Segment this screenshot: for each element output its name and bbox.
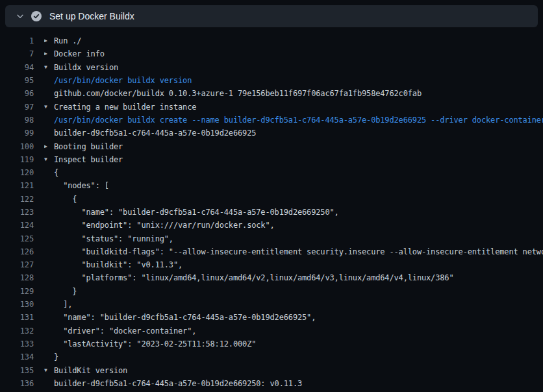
log-text-row: "name": "builder-d9cfb5a1-c764-445a-a57e…	[44, 313, 543, 322]
output-text: "buildkitd-flags": "--allow-insecure-ent…	[44, 247, 543, 256]
line-number[interactable]: 97	[5, 103, 34, 112]
output-text: }	[44, 352, 58, 361]
line-number[interactable]: 129	[5, 287, 34, 296]
log-group-header[interactable]: ▼Inspect builder	[44, 155, 543, 164]
log-viewer: Set up Docker Buildx 1▶Run ./7▶Docker in…	[0, 0, 543, 392]
line-number[interactable]: 132	[5, 326, 34, 336]
step-title: Set up Docker Buildx	[49, 11, 134, 21]
line-number[interactable]: 130	[5, 300, 34, 309]
output-text: "name": "builder-d9cfb5a1-c764-445a-a57e…	[44, 208, 339, 217]
log-line: 96github.com/docker/buildx 0.10.3+azure-…	[0, 87, 543, 100]
line-number[interactable]: 122	[5, 195, 34, 204]
group-title: Buildx version	[54, 63, 118, 72]
log-line: 124 "endpoint": "unix:///var/run/docker.…	[0, 219, 543, 232]
log-text-row: }	[44, 352, 543, 361]
group-expanded-arrow-icon[interactable]: ▼	[44, 368, 54, 373]
output-text: "lastActivity": "2023-02-25T11:58:12.000…	[44, 339, 256, 349]
line-number[interactable]: 131	[5, 313, 34, 322]
log-lines: 1▶Run ./7▶Docker info94▼Buildx version95…	[0, 34, 543, 390]
log-text-row: "nodes": [	[44, 181, 543, 190]
log-line: 123 "name": "builder-d9cfb5a1-c764-445a-…	[0, 206, 543, 219]
line-number[interactable]: 127	[5, 260, 34, 269]
group-expanded-arrow-icon[interactable]: ▼	[44, 157, 54, 162]
output-text: {	[44, 195, 77, 204]
log-group-header[interactable]: ▼BuildKit version	[44, 366, 543, 375]
line-number[interactable]: 95	[5, 76, 34, 85]
group-collapsed-arrow-icon[interactable]: ▶	[44, 144, 54, 149]
log-text-row: "driver": "docker-container",	[44, 326, 543, 336]
log-line: 125 "status": "running",	[0, 232, 543, 245]
log-line: 136builder-d9cfb5a1-c764-445a-a57e-0b19d…	[0, 377, 543, 390]
log-line: 120{	[0, 166, 543, 179]
group-collapsed-arrow-icon[interactable]: ▶	[44, 38, 54, 43]
line-number[interactable]: 96	[5, 89, 34, 98]
log-group-header[interactable]: ▼Buildx version	[44, 63, 543, 72]
line-number[interactable]: 124	[5, 221, 34, 230]
line-number[interactable]: 99	[5, 129, 34, 138]
line-number[interactable]: 136	[5, 379, 34, 388]
log-group-header[interactable]: ▶Run ./	[44, 36, 543, 45]
log-line: 98/usr/bin/docker buildx create --name b…	[0, 114, 543, 127]
output-text: ],	[44, 300, 72, 309]
group-title: Inspect builder	[54, 155, 123, 164]
output-text: "buildkit": "v0.11.3",	[44, 260, 183, 269]
group-collapsed-arrow-icon[interactable]: ▶	[44, 51, 54, 56]
output-text: builder-d9cfb5a1-c764-445a-a57e-0b19d2e6…	[44, 379, 302, 388]
log-text-row: "lastActivity": "2023-02-25T11:58:12.000…	[44, 339, 543, 349]
output-text: "platforms": "linux/amd64,linux/amd64/v2…	[44, 273, 454, 282]
output-text: "driver": "docker-container",	[44, 326, 196, 336]
log-line: 132 "driver": "docker-container",	[0, 325, 543, 337]
line-number[interactable]: 98	[5, 116, 34, 125]
line-number[interactable]: 125	[5, 234, 34, 243]
log-line: 121 "nodes": [	[0, 179, 543, 192]
log-text-row: {	[44, 195, 543, 204]
group-title: BuildKit version	[54, 366, 127, 375]
output-text: "endpoint": "unix:///var/run/docker.sock…	[44, 221, 275, 230]
log-text-row: /usr/bin/docker buildx version	[44, 76, 543, 85]
line-number[interactable]: 7	[5, 49, 34, 58]
line-number[interactable]: 134	[5, 352, 34, 361]
log-text-row: "buildkit": "v0.11.3",	[44, 260, 543, 269]
group-title: Docker info	[54, 49, 105, 58]
log-line: 129 }	[0, 285, 543, 298]
log-line: 95/usr/bin/docker buildx version	[0, 74, 543, 87]
line-number[interactable]: 121	[5, 181, 34, 190]
log-text-row: "name": "builder-d9cfb5a1-c764-445a-a57e…	[44, 208, 543, 217]
log-text-row: "endpoint": "unix:///var/run/docker.sock…	[44, 221, 543, 230]
output-text: "nodes": [	[44, 181, 109, 190]
output-text: "status": "running",	[44, 234, 173, 243]
line-number[interactable]: 94	[5, 63, 34, 72]
line-number[interactable]: 133	[5, 339, 34, 349]
log-text-row: ],	[44, 300, 543, 309]
line-number[interactable]: 123	[5, 208, 34, 217]
log-line: 128 "platforms": "linux/amd64,linux/amd6…	[0, 271, 543, 284]
group-expanded-arrow-icon[interactable]: ▼	[44, 65, 54, 70]
line-number[interactable]: 135	[5, 366, 34, 375]
group-title: Creating a new builder instance	[54, 103, 196, 112]
step-header[interactable]: Set up Docker Buildx	[5, 5, 538, 27]
output-text: github.com/docker/buildx 0.10.3+azure-1 …	[44, 89, 422, 98]
output-text: }	[44, 287, 77, 296]
log-line: 133 "lastActivity": "2023-02-25T11:58:12…	[0, 337, 543, 350]
check-circle-icon	[31, 11, 42, 21]
log-text-row: "buildkitd-flags": "--allow-insecure-ent…	[44, 247, 543, 256]
chevron-down-icon[interactable]	[12, 8, 29, 25]
log-group-header[interactable]: ▶Booting builder	[44, 142, 543, 151]
log-line: 126 "buildkitd-flags": "--allow-insecure…	[0, 245, 543, 258]
command-text: /usr/bin/docker buildx version	[44, 76, 192, 85]
log-line: 127 "buildkit": "v0.11.3",	[0, 258, 543, 271]
log-group-header[interactable]: ▼Creating a new builder instance	[44, 103, 543, 112]
group-expanded-arrow-icon[interactable]: ▼	[44, 104, 54, 110]
log-text-row: "status": "running",	[44, 234, 543, 243]
output-text: {	[44, 168, 58, 177]
log-line: 131 "name": "builder-d9cfb5a1-c764-445a-…	[0, 311, 543, 324]
log-line: 100▶Booting builder	[0, 140, 543, 153]
line-number[interactable]: 128	[5, 273, 34, 282]
line-number[interactable]: 119	[5, 155, 34, 164]
line-number[interactable]: 1	[5, 36, 34, 45]
log-text-row: builder-d9cfb5a1-c764-445a-a57e-0b19d2e6…	[44, 379, 543, 388]
line-number[interactable]: 100	[5, 142, 34, 151]
line-number[interactable]: 126	[5, 247, 34, 256]
log-group-header[interactable]: ▶Docker info	[44, 49, 543, 58]
line-number[interactable]: 120	[5, 168, 34, 177]
